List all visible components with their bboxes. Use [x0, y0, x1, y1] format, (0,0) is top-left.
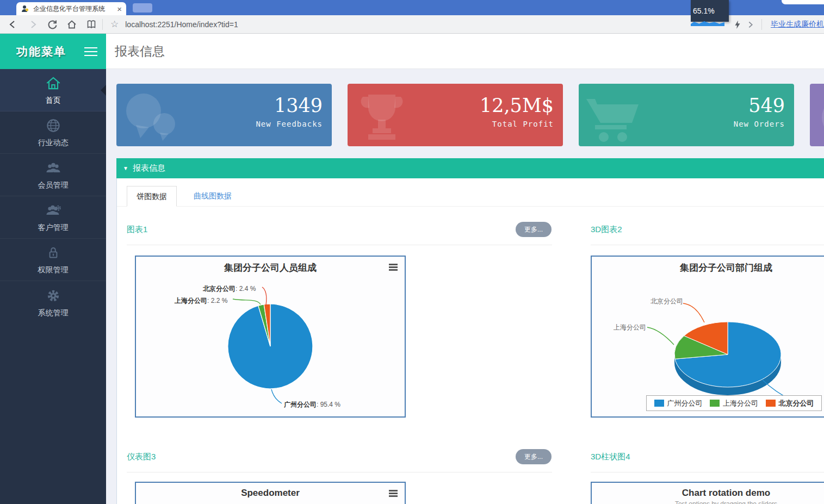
chart-tabs: 饼图数据 曲线图数据	[127, 186, 241, 207]
gauge-chart-panel: Speedometer	[135, 482, 406, 504]
chart-subtitle: Test options by dragging the sliders	[592, 500, 824, 504]
legend-item-beijing[interactable]: 北京分公司	[766, 399, 814, 408]
stat-value: 549	[748, 95, 785, 116]
performance-badge: 65.1%	[691, 0, 729, 26]
page-title: 报表信息	[115, 43, 165, 60]
stat-value: 12,5M$	[480, 95, 554, 116]
main-content: 报表信息 1349 New Feedbacks	[106, 34, 824, 504]
section-rule	[591, 472, 824, 472]
reading-list-icon[interactable]	[85, 18, 98, 31]
legend-swatch	[654, 400, 664, 407]
tab-title: 企业信息化平台管理系统	[33, 4, 114, 14]
tab-close-icon[interactable]: ×	[117, 5, 122, 13]
chart-legend: 广州分公司 上海分公司 北京分公司	[646, 395, 822, 411]
stat-card-profit: 12,5M$ Total Profit	[348, 84, 563, 146]
sidebar-item-label: 会员管理	[38, 181, 69, 190]
url-field[interactable]: localhost:2251/Home/index?tid=1	[125, 20, 238, 29]
shopping-cart-icon	[583, 89, 643, 146]
sidebar-item-system[interactable]: 系统管理	[0, 281, 106, 323]
sidebar: 功能菜单 首页 行业动态	[0, 34, 106, 504]
toolbar-separator	[761, 19, 762, 30]
pie-chart	[136, 257, 405, 416]
home-icon[interactable]	[65, 18, 78, 31]
performance-value: 65.1%	[693, 7, 715, 15]
customers-icon	[45, 202, 62, 219]
column3d-chart-panel: Chart rotation demo Test options by drag…	[591, 482, 824, 504]
pie-label-beijing: 北京分公司: 2.4 %	[203, 284, 256, 294]
stat-label: New Feedbacks	[256, 120, 323, 128]
section-rule	[591, 245, 824, 245]
trophy-icon	[352, 89, 412, 146]
sidebar-title: 功能菜单	[16, 44, 66, 59]
site-favicon-icon	[21, 4, 29, 13]
pie-label-beijing: 北京分公司	[650, 297, 683, 306]
sidebar-header: 功能菜单	[0, 34, 106, 69]
toolbar-separator	[102, 19, 103, 30]
sidebar-item-label: 权限管理	[38, 265, 69, 275]
section-heading-chart2: 3D图表2	[591, 225, 622, 235]
globe-icon	[814, 89, 824, 146]
label-connector-shanghai	[647, 327, 674, 345]
home-icon	[45, 74, 62, 92]
report-panel: ▼ 报表信息 饼图数据 曲线图数据 图表1 更多... 3D图表2 集团分子公司…	[116, 158, 824, 504]
tab-pie-data[interactable]: 饼图数据	[127, 186, 177, 207]
bookmark-star-icon[interactable]: ☆	[110, 18, 119, 30]
members-icon	[45, 159, 62, 177]
stat-cards-row: 1349 New Feedbacks 12,5M$ Total Profit	[116, 84, 824, 146]
sidebar-item-label: 首页	[46, 96, 61, 105]
forward-icon	[26, 18, 39, 31]
lock-icon	[45, 244, 62, 262]
sidebar-item-label: 客户管理	[38, 223, 69, 233]
sidebar-item-home[interactable]: 首页	[0, 69, 106, 111]
label-connector-shanghai	[233, 299, 261, 304]
sidebar-menu-icon[interactable]	[84, 47, 97, 56]
section-rule	[127, 245, 552, 245]
pie-chart-panel: 集团分子公司人员组成 北京分公司: 2.4 % 上海分公司: 2.2 % 广州分…	[135, 256, 406, 418]
collapse-icon: ▼	[123, 165, 128, 171]
page-header: 报表信息	[106, 34, 824, 69]
globe-icon	[45, 117, 62, 134]
chat-bubbles-icon	[121, 89, 181, 146]
sidebar-item-customers[interactable]: 客户管理	[0, 196, 106, 239]
sidebar-item-label: 系统管理	[38, 308, 69, 318]
section-heading-column3d: 3D柱状图4	[591, 452, 630, 462]
pie3d-chart-panel: 集团分子公司部门组成 北京分公司 上海分公司 广州分公司 上海分	[591, 256, 824, 418]
chart-menu-icon[interactable]	[389, 490, 398, 497]
pie-label-guangzhou: 广州分公司: 95.4 %	[284, 400, 340, 409]
section-heading-gauge: 仪表图3	[127, 452, 156, 462]
back-icon[interactable]	[7, 18, 20, 31]
legend-item-guangzhou[interactable]: 广州分公司	[654, 399, 703, 408]
legend-swatch	[766, 400, 776, 407]
stat-card-feedbacks: 1349 New Feedbacks	[116, 84, 332, 146]
window-corner	[782, 0, 824, 4]
stat-value: 1349	[274, 95, 323, 116]
legend-item-shanghai[interactable]: 上海分公司	[710, 399, 758, 408]
more-button-chart1[interactable]: 更多...	[516, 222, 552, 237]
stat-card-partial	[810, 84, 824, 146]
sidebar-item-industry-news[interactable]: 行业动态	[0, 111, 106, 154]
chevron-right-icon[interactable]	[744, 18, 757, 31]
sidebar-item-permissions[interactable]: 权限管理	[0, 239, 106, 281]
pie3d-chart	[592, 257, 824, 416]
browser-window: 企业信息化平台管理系统 × 65.1% ☆ localhost:2251/Hom	[0, 0, 824, 504]
collapse-arrow-icon	[101, 85, 106, 96]
bookmark-link[interactable]: 毕业生成廉价机	[771, 20, 824, 29]
stat-card-orders: 549 New Orders	[579, 84, 794, 146]
browser-tab[interactable]: 企业信息化平台管理系统 ×	[16, 2, 126, 15]
panel-header[interactable]: ▼ 报表信息	[116, 158, 824, 178]
sidebar-item-label: 行业动态	[38, 138, 69, 148]
legend-swatch	[710, 400, 720, 407]
panel-body: 饼图数据 曲线图数据 图表1 更多... 3D图表2 集团分子公司人员组成	[116, 178, 824, 504]
more-button-gauge[interactable]: 更多...	[516, 449, 552, 464]
refresh-icon[interactable]	[46, 18, 59, 31]
new-tab-button[interactable]	[133, 3, 152, 13]
label-connector-guangzhou	[271, 389, 282, 403]
flash-icon[interactable]	[731, 18, 744, 31]
stat-label: Total Profit	[492, 120, 554, 128]
label-connector-beijing	[683, 303, 704, 322]
sidebar-item-members[interactable]: 会员管理	[0, 154, 106, 196]
label-connector-beijing	[262, 287, 267, 305]
tab-line-data[interactable]: 曲线图数据	[184, 186, 241, 207]
panel-title: 报表信息	[133, 163, 165, 173]
chart-title: Speedometer	[136, 488, 405, 499]
